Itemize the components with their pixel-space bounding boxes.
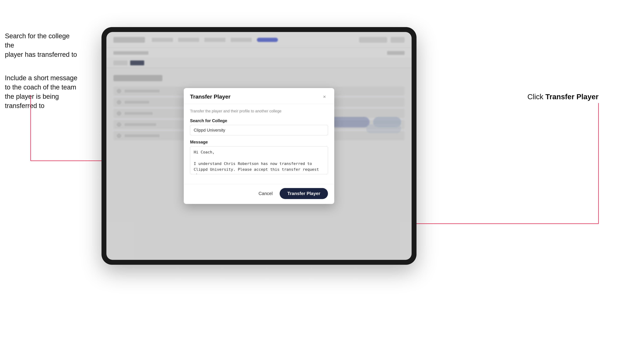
modal-footer: Cancel Transfer Player <box>184 184 334 204</box>
annotation-left: Search for the college the player has tr… <box>5 31 78 110</box>
college-label: Search for College <box>190 118 328 123</box>
modal-title: Transfer Player <box>190 93 230 100</box>
college-search-input[interactable] <box>190 125 328 135</box>
annotation-right-bold: Transfer Player <box>545 93 598 101</box>
annotation-text-search: Search for the college the player has tr… <box>5 31 78 59</box>
transfer-player-button[interactable]: Transfer Player <box>280 188 328 199</box>
modal-header: Transfer Player × <box>184 88 334 104</box>
message-label: Message <box>190 140 328 145</box>
message-textarea[interactable] <box>190 146 328 174</box>
modal-overlay: Transfer Player × Transfer the player an… <box>106 32 412 260</box>
modal-subtitle: Transfer the player and their profile to… <box>190 109 328 113</box>
cancel-button[interactable]: Cancel <box>255 189 276 198</box>
transfer-player-modal: Transfer Player × Transfer the player an… <box>184 88 334 204</box>
tablet-screen: Transfer Player × Transfer the player an… <box>106 32 412 260</box>
tablet-frame: Transfer Player × Transfer the player an… <box>102 27 416 265</box>
modal-close-button[interactable]: × <box>321 93 328 100</box>
college-field-group: Search for College <box>190 118 328 135</box>
annotation-text-message: Include a short message to the coach of … <box>5 73 78 111</box>
annotation-right: Click Transfer Player <box>528 93 598 101</box>
modal-body: Transfer the player and their profile to… <box>184 104 334 184</box>
message-field-group: Message <box>190 140 328 175</box>
annotation-right-prefix: Click <box>528 93 546 101</box>
